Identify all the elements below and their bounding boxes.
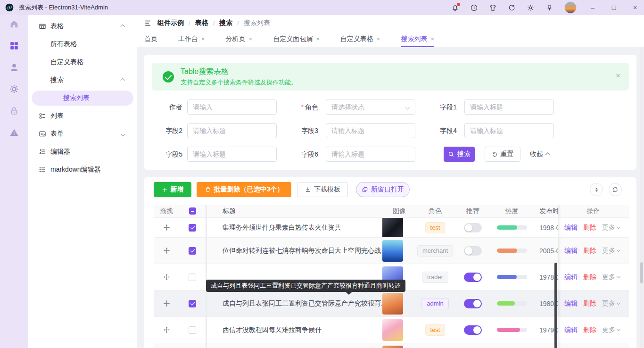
row-checkbox[interactable] [189, 326, 196, 334]
notification-bell-icon[interactable] [451, 4, 459, 12]
sidebar-item-search-list-active[interactable]: 搜索列表 [32, 91, 133, 106]
tab-close-icon[interactable]: × [430, 35, 434, 42]
tab-analysis[interactable]: 分析页 × [226, 31, 253, 47]
tab-close-icon[interactable]: × [249, 35, 253, 42]
lock-icon[interactable] [9, 106, 19, 116]
delete-link[interactable]: 删除 [583, 273, 596, 282]
add-button[interactable]: 新增 [154, 182, 191, 197]
more-link[interactable]: 更多 [602, 273, 620, 282]
recommend-toggle-on[interactable] [464, 325, 482, 335]
close-button[interactable]: × [630, 4, 640, 11]
edit-link[interactable]: 编辑 [564, 299, 578, 308]
tab-close-icon[interactable]: × [201, 35, 205, 42]
collapse-form-link[interactable]: 收起 [530, 147, 549, 162]
row-image[interactable] [382, 346, 403, 348]
delete-link[interactable]: 删除 [583, 326, 596, 334]
sidebar-item-list[interactable]: 列表 [28, 108, 137, 124]
field5-input[interactable] [187, 147, 277, 162]
download-template-button[interactable]: 下载模板 [297, 182, 348, 197]
author-input[interactable] [187, 99, 277, 115]
row-checkbox[interactable] [189, 247, 196, 255]
more-link[interactable]: 更多 [602, 247, 620, 255]
refresh-icon[interactable] [508, 4, 516, 12]
field2-input[interactable] [187, 123, 277, 138]
delete-link[interactable]: 删除 [583, 299, 596, 308]
sidebar-item-custom-table[interactable]: 自定义表格 [28, 55, 137, 70]
recommend-toggle-on[interactable] [464, 299, 482, 308]
clock-icon[interactable] [470, 4, 478, 12]
drag-handle-icon[interactable] [163, 300, 170, 307]
drag-handle-icon[interactable] [163, 326, 170, 333]
drag-handle-icon[interactable] [163, 247, 170, 254]
dashboard-grid-icon[interactable] [9, 41, 19, 51]
field4-input[interactable] [464, 123, 554, 138]
recommend-toggle-off[interactable] [464, 246, 482, 256]
tab-close-icon[interactable]: × [316, 35, 320, 42]
field6-input[interactable] [326, 147, 415, 162]
select-all-checkbox[interactable] [189, 207, 196, 215]
row-checkbox[interactable] [189, 224, 196, 232]
more-link[interactable]: 更多 [602, 224, 620, 232]
tab-home[interactable]: 首页 [144, 31, 157, 47]
collapse-sidebar-icon[interactable] [144, 19, 153, 27]
search-button[interactable]: 搜索 [444, 147, 475, 162]
maximize-button[interactable]: □ [609, 4, 619, 11]
page-scrollbar-thumb[interactable] [640, 262, 643, 283]
drag-handle-icon[interactable] [163, 273, 170, 281]
breadcrumb-item[interactable]: 搜索 [219, 19, 232, 27]
user-avatar[interactable] [564, 1, 577, 14]
breadcrumb-item[interactable]: 表格 [195, 19, 208, 27]
column-sort-button[interactable] [590, 183, 603, 196]
edit-link[interactable]: 编辑 [564, 326, 578, 334]
tab-workbench[interactable]: 工作台 × [178, 31, 205, 47]
chevron-down-icon [617, 248, 620, 252]
sidebar-item-form[interactable]: 表单 [28, 126, 137, 141]
tab-search-list-active[interactable]: 搜索列表 × [401, 31, 434, 47]
table-refresh-button[interactable] [609, 183, 622, 196]
more-link[interactable]: 更多 [602, 326, 620, 334]
row-image[interactable] [382, 218, 403, 237]
more-link[interactable]: 更多 [602, 299, 620, 308]
pin-icon[interactable] [545, 4, 553, 12]
row-checkbox[interactable] [189, 300, 196, 307]
field1-input[interactable] [464, 99, 554, 115]
warning-icon[interactable] [9, 127, 19, 138]
role-select[interactable]: 请选择状态 [326, 99, 415, 115]
edit-link[interactable]: 编辑 [564, 247, 578, 255]
user-icon[interactable] [9, 62, 19, 73]
row-image[interactable] [382, 293, 403, 315]
recommend-toggle-off[interactable] [464, 223, 482, 232]
tab-custom-table[interactable]: 自定义表格 × [340, 31, 380, 47]
table-vertical-scrollbar-thumb[interactable] [554, 263, 557, 348]
home-icon[interactable] [9, 19, 19, 29]
page-content: Table搜索表格 支持自定义多个搜索条件筛选及操作功能。 × 作者 *角色 请… [137, 47, 644, 348]
sidebar-item-all-tables[interactable]: 所有表格 [28, 37, 137, 52]
sidebar-item-editor[interactable]: 编辑器 [28, 144, 137, 159]
alert-close-icon[interactable]: × [616, 71, 620, 81]
drag-handle-icon[interactable] [163, 224, 170, 231]
tab-close-icon[interactable]: × [377, 35, 380, 42]
minimize-button[interactable]: – [587, 4, 598, 11]
theme-shirt-icon[interactable] [489, 4, 497, 12]
header-operations: 操作 [558, 205, 629, 217]
row-image[interactable] [382, 319, 403, 341]
row-checkbox[interactable] [189, 273, 196, 281]
sidebar-item-search[interactable]: 搜索 [28, 73, 137, 88]
breadcrumb-item[interactable]: 组件示例 [157, 19, 184, 27]
row-image[interactable] [382, 240, 403, 262]
batch-delete-button[interactable]: 批量删除（已选中3个） [197, 182, 291, 197]
sidebar-item-tables[interactable]: 表格 [28, 19, 137, 34]
chevron-up-icon [121, 25, 125, 29]
delete-link[interactable]: 删除 [583, 224, 596, 232]
field3-input[interactable] [326, 123, 415, 138]
recommend-toggle-on[interactable] [464, 273, 482, 282]
tab-custom-breadcrumb[interactable]: 自定义面包屑 × [273, 31, 320, 47]
open-new-window-button[interactable]: 新窗口打开 [356, 182, 410, 197]
settings-gear-icon[interactable] [527, 4, 535, 12]
edit-link[interactable]: 编辑 [564, 273, 578, 282]
delete-link[interactable]: 删除 [583, 247, 596, 255]
reset-button[interactable]: 重置 [485, 147, 520, 162]
edit-link[interactable]: 编辑 [564, 224, 578, 232]
gear-icon[interactable] [9, 84, 19, 94]
sidebar-item-markdown-editor[interactable]: markdown编辑器 [28, 162, 137, 177]
